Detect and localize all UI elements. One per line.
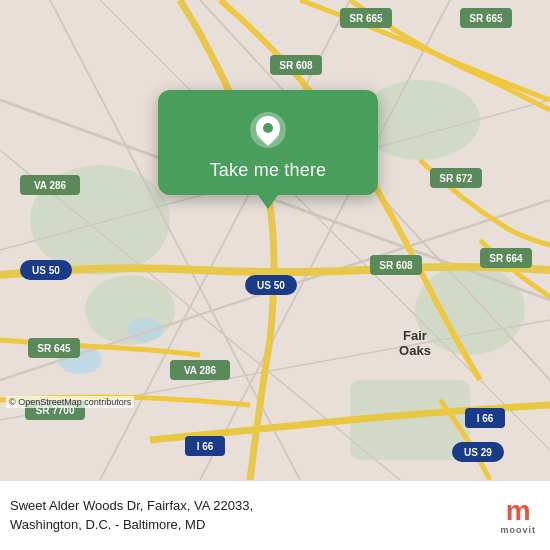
svg-text:I 66: I 66 bbox=[477, 413, 494, 424]
osm-credit: © OpenStreetMap contributors bbox=[6, 396, 134, 408]
moovit-wordmark: moovit bbox=[500, 525, 536, 535]
svg-text:SR 608: SR 608 bbox=[379, 260, 413, 271]
svg-text:Oaks: Oaks bbox=[399, 343, 431, 358]
location-pin-icon bbox=[246, 108, 290, 152]
moovit-letter: m bbox=[506, 497, 531, 525]
address-line2: Washington, D.C. - Baltimore, MD bbox=[10, 516, 253, 534]
svg-point-6 bbox=[127, 318, 163, 342]
navigation-popup: Take me there bbox=[158, 90, 378, 195]
svg-text:SR 665: SR 665 bbox=[349, 13, 383, 24]
svg-text:VA 286: VA 286 bbox=[184, 365, 217, 376]
svg-text:US 50: US 50 bbox=[32, 265, 60, 276]
map: SR 665 SR 665 SR 608 SR 608 VA 286 VA 28… bbox=[0, 0, 550, 480]
svg-text:SR 664: SR 664 bbox=[489, 253, 523, 264]
svg-text:US 50: US 50 bbox=[257, 280, 285, 291]
moovit-logo: m moovit bbox=[500, 497, 536, 535]
svg-text:SR 608: SR 608 bbox=[279, 60, 313, 71]
svg-text:US 29: US 29 bbox=[464, 447, 492, 458]
address-line1: Sweet Alder Woods Dr, Fairfax, VA 22033, bbox=[10, 497, 253, 515]
svg-text:Fair: Fair bbox=[403, 328, 427, 343]
map-svg: SR 665 SR 665 SR 608 SR 608 VA 286 VA 28… bbox=[0, 0, 550, 480]
svg-text:SR 665: SR 665 bbox=[469, 13, 503, 24]
bottom-bar: Sweet Alder Woods Dr, Fairfax, VA 22033,… bbox=[0, 480, 550, 550]
svg-text:SR 672: SR 672 bbox=[439, 173, 473, 184]
svg-point-3 bbox=[360, 80, 480, 160]
svg-text:SR 645: SR 645 bbox=[37, 343, 71, 354]
take-me-there-button[interactable]: Take me there bbox=[210, 160, 327, 181]
svg-text:VA 286: VA 286 bbox=[34, 180, 67, 191]
svg-text:I 66: I 66 bbox=[197, 441, 214, 452]
address: Sweet Alder Woods Dr, Fairfax, VA 22033,… bbox=[10, 497, 253, 533]
svg-point-52 bbox=[263, 123, 273, 133]
